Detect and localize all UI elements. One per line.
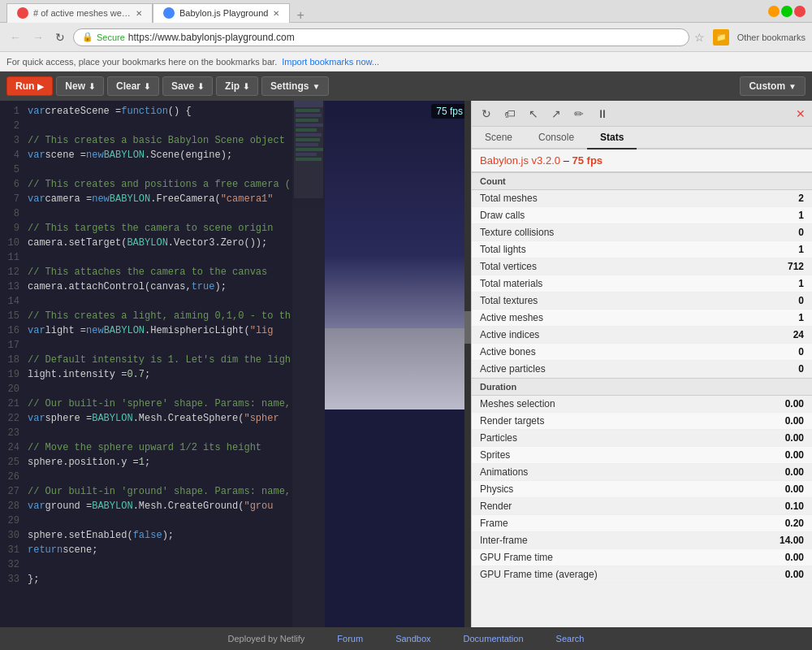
count-value-7: 1	[798, 312, 804, 323]
window-minimize-button[interactable]	[768, 6, 780, 17]
count-value-8: 24	[793, 329, 804, 340]
tab-favicon-babylon	[163, 7, 175, 19]
new-icon: ⬇	[89, 82, 95, 91]
bookmark-star-button[interactable]: ☆	[694, 31, 705, 44]
tab-console[interactable]: Console	[525, 127, 587, 150]
code-line-27: // Our built-in 'ground' shape. Params: …	[24, 484, 292, 499]
back-button[interactable]: ←	[6, 29, 24, 46]
save-button[interactable]: Save ⬇	[162, 76, 213, 96]
window-close-button[interactable]	[794, 6, 806, 17]
count-row-8: Active indices24	[472, 327, 812, 344]
url-text: https://www.babylonjs-playground.com	[128, 32, 295, 43]
forum-link[interactable]: Forum	[337, 634, 363, 644]
count-value-5: 1	[798, 278, 804, 289]
browser-tabs: # of active meshes weirdly... ✕ Babylon.…	[6, 0, 311, 23]
line-num-28: 28	[5, 499, 19, 514]
stats-scroll-area[interactable]: Count Total meshes2Draw calls1Texture co…	[472, 172, 812, 627]
count-row-10: Active particles0	[472, 361, 812, 378]
address-bar: ← → ↻ 🔒 Secure https://www.babylonjs-pla…	[0, 23, 812, 52]
stats-cursor-button[interactable]: ↖	[525, 106, 542, 122]
code-line-15: // This creates a light, aiming 0,1,0 - …	[24, 309, 292, 323]
refresh-button[interactable]: ↻	[52, 29, 68, 46]
import-bookmarks-link[interactable]: Import bookmarks now...	[282, 57, 379, 67]
count-label-9: Active bones	[480, 346, 536, 358]
duration-value-1: 0.00	[785, 415, 804, 427]
stats-tag-button[interactable]: 🏷	[501, 106, 519, 122]
zip-button[interactable]: Zip ⬇	[216, 76, 258, 96]
line-num-7: 7	[5, 192, 19, 206]
window-maximize-button[interactable]	[781, 6, 793, 17]
line-num-20: 20	[5, 382, 19, 396]
documentation-link[interactable]: Documentation	[464, 634, 524, 644]
code-line-31: return scene;	[24, 543, 292, 557]
code-line-23	[24, 426, 292, 440]
new-label: New	[65, 80, 85, 92]
duration-label-5: Physics	[480, 483, 513, 495]
stats-pencil-button[interactable]: ✏	[571, 106, 587, 122]
fps-badge: 75 fps	[431, 104, 468, 119]
tab-meshes[interactable]: # of active meshes weirdly... ✕	[6, 3, 153, 23]
bookmarks-bar-text: For quick access, place your bookmarks h…	[6, 57, 277, 67]
new-button[interactable]: New ⬇	[56, 76, 104, 96]
other-bookmarks-label[interactable]: Other bookmarks	[737, 32, 806, 42]
line-num-14: 14	[5, 294, 19, 309]
duration-row-6: Render0.10	[472, 498, 812, 515]
stats-dash: –	[564, 154, 572, 167]
stats-refresh-button[interactable]: ↻	[478, 106, 495, 122]
preview-scrollbar[interactable]	[464, 101, 471, 627]
secure-icon: 🔒	[82, 32, 93, 42]
code-line-29	[24, 514, 292, 528]
url-bar[interactable]: 🔒 Secure https://www.babylonjs-playgroun…	[73, 28, 689, 46]
stats-version: Babylon.js v3.2.0	[480, 154, 560, 167]
run-button[interactable]: Run ▶	[6, 76, 53, 96]
tab-scene[interactable]: Scene	[472, 127, 525, 150]
code-area[interactable]: 1 2 3 4 5 6 7 8 9 10 11 12 13 14 15 16 1…	[0, 101, 325, 627]
svg-rect-14	[325, 328, 471, 410]
count-row-7: Active meshes1	[472, 310, 812, 327]
custom-button[interactable]: Custom ▼	[740, 76, 806, 96]
stats-fps-value: 75 fps	[572, 154, 603, 167]
duration-value-9: 0.00	[785, 552, 804, 563]
code-line-11	[24, 250, 292, 265]
sandbox-link[interactable]: Sandbox	[395, 634, 430, 644]
settings-button[interactable]: Settings ▼	[261, 76, 329, 96]
app-toolbar: Run ▶ New ⬇ Clear ⬇ Save ⬇ Zip ⬇ Setting…	[0, 72, 812, 101]
code-line-17	[24, 338, 292, 353]
count-row-1: Draw calls1	[472, 207, 812, 224]
line-num-11: 11	[5, 250, 19, 265]
line-num-8: 8	[5, 206, 19, 221]
tab-close-meshes[interactable]: ✕	[136, 9, 142, 18]
save-icon: ⬇	[197, 82, 204, 91]
line-num-33: 33	[5, 572, 19, 587]
code-line-16: var light = new BABYLON.HemisphericLight…	[24, 323, 292, 338]
code-line-33: };	[24, 572, 292, 587]
tab-stats[interactable]: Stats	[587, 127, 637, 150]
clear-button[interactable]: Clear ⬇	[107, 76, 159, 96]
line-num-1: 1	[5, 104, 19, 119]
duration-label-9: GPU Frame time	[480, 552, 553, 563]
code-line-10: camera.setTarget(BABYLON.Vector3.Zero())…	[24, 236, 292, 250]
stats-close-button[interactable]: ✕	[796, 107, 806, 120]
duration-value-7: 0.20	[785, 518, 804, 529]
new-tab-button[interactable]: +	[290, 8, 310, 23]
preview-scrollbar-thumb[interactable]	[464, 311, 471, 344]
bookmark-folder-icon: 📁	[713, 29, 729, 46]
stats-pause-button[interactable]: ⏸	[594, 106, 611, 122]
duration-value-0: 0.00	[785, 398, 804, 410]
stats-external-button[interactable]: ↗	[548, 106, 564, 122]
code-editor[interactable]: 1 2 3 4 5 6 7 8 9 10 11 12 13 14 15 16 1…	[0, 101, 325, 627]
tab-close-babylon[interactable]: ✕	[273, 9, 279, 18]
duration-row-10: GPU Frame time (average)0.00	[472, 566, 812, 583]
custom-chevron-icon: ▼	[788, 82, 797, 91]
duration-value-10: 0.00	[785, 569, 804, 580]
line-num-4: 4	[5, 148, 19, 162]
count-row-2: Texture collisions0	[472, 224, 812, 241]
duration-row-5: Physics0.00	[472, 481, 812, 498]
tab-label-meshes: # of active meshes weirdly...	[33, 8, 131, 18]
search-link[interactable]: Search	[556, 634, 585, 644]
forward-button[interactable]: →	[29, 29, 47, 46]
tab-babylon[interactable]: Babylon.js Playground ✕	[153, 3, 290, 23]
code-line-18: // Default intensity is 1. Let's dim the…	[24, 353, 292, 367]
svg-rect-12	[294, 101, 323, 198]
count-label-3: Total lights	[480, 244, 526, 255]
